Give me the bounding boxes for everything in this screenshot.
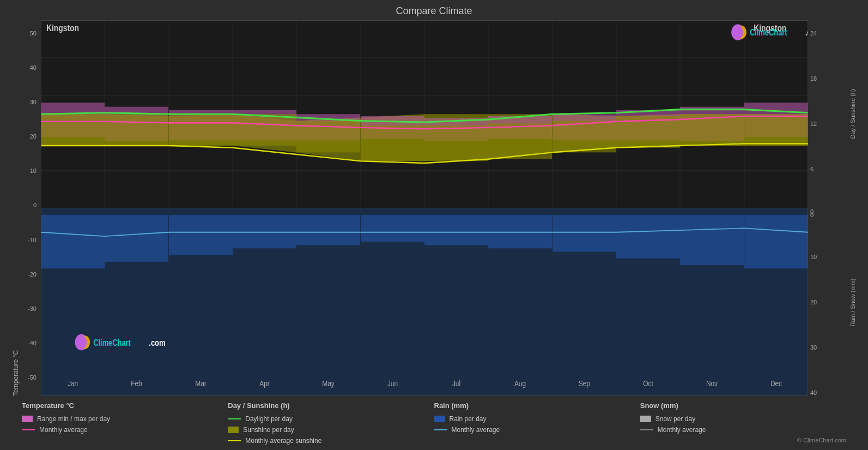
legend-line-temp-avg bbox=[22, 429, 35, 430]
legend-line-rain-avg bbox=[434, 429, 447, 430]
svg-rect-61 bbox=[744, 114, 808, 146]
svg-rect-55 bbox=[361, 125, 424, 161]
chart-svg: Kingston Kingston ClimeChart .com ClimeC… bbox=[41, 20, 808, 396]
svg-text:ClimeChart: ClimeChart bbox=[93, 338, 131, 347]
location-label-left: Kingston bbox=[46, 22, 79, 33]
chart-title: Compare Climate bbox=[0, 5, 868, 17]
svg-text:Nov: Nov bbox=[706, 379, 718, 388]
svg-text:May: May bbox=[322, 379, 335, 388]
svg-text:Apr: Apr bbox=[259, 379, 270, 388]
legend-sunshine-bar: Sunshine per day bbox=[228, 426, 434, 434]
right-axis-label-top: Day / Sunshine (h) bbox=[849, 20, 856, 208]
svg-rect-37 bbox=[744, 215, 808, 268]
svg-text:Jan: Jan bbox=[68, 379, 78, 388]
legend-snow-avg: Monthly average bbox=[640, 426, 846, 434]
svg-rect-31 bbox=[361, 215, 424, 242]
svg-text:Aug: Aug bbox=[514, 379, 526, 388]
svg-rect-29 bbox=[233, 215, 296, 249]
legend-sunshine: Day / Sunshine (h) Daylight per day Suns… bbox=[228, 401, 434, 445]
svg-rect-52 bbox=[169, 114, 233, 146]
svg-text:Mar: Mar bbox=[195, 379, 207, 388]
svg-rect-51 bbox=[105, 114, 168, 146]
svg-text:Dec: Dec bbox=[770, 379, 782, 388]
legend-area: Temperature °C Range min / max per day M… bbox=[0, 396, 868, 450]
svg-rect-50 bbox=[41, 114, 105, 146]
svg-text:Jun: Jun bbox=[387, 379, 398, 388]
svg-rect-27 bbox=[105, 215, 168, 262]
y-axis-left-ticks: 50 40 30 20 10 0 -10 -20 -30 -40 -50 bbox=[20, 20, 39, 396]
svg-rect-28 bbox=[169, 215, 233, 255]
svg-point-70 bbox=[76, 335, 87, 349]
copyright: © ClimeChart.com bbox=[797, 437, 846, 443]
svg-rect-36 bbox=[680, 215, 744, 265]
legend-line-sunshine-avg bbox=[228, 440, 241, 441]
svg-text:ClimeChart: ClimeChart bbox=[750, 28, 787, 38]
legend-temp-range: Range min / max per day bbox=[22, 415, 228, 423]
legend-daylight: Daylight per day bbox=[228, 415, 434, 423]
legend-swatch-rain bbox=[434, 416, 445, 422]
legend-swatch-sunshine bbox=[228, 427, 239, 433]
svg-text:Feb: Feb bbox=[131, 379, 142, 388]
legend-snow-bar: Snow per day bbox=[640, 415, 846, 423]
legend-sunshine-avg: Monthly average sunshine bbox=[228, 437, 434, 445]
svg-rect-33 bbox=[488, 215, 552, 249]
svg-rect-32 bbox=[424, 215, 488, 245]
svg-rect-26 bbox=[41, 215, 105, 268]
legend-temperature: Temperature °C Range min / max per day M… bbox=[22, 401, 228, 445]
svg-text:Oct: Oct bbox=[643, 379, 653, 388]
svg-point-65 bbox=[732, 26, 743, 39]
right-axis-label-bottom: Rain / Snow (mm) bbox=[849, 208, 856, 397]
legend-line-snow-avg bbox=[640, 429, 653, 430]
y-axis-right: 24 18 12 6 0 0 10 20 30 40 Day / Sunshin… bbox=[808, 20, 857, 396]
legend-rain-avg: Monthly average bbox=[434, 426, 640, 434]
legend-swatch-snow bbox=[640, 416, 651, 422]
legend-rain: Rain (mm) Rain per day Monthly average bbox=[434, 401, 640, 445]
y-axis-left-label: Temperature °C bbox=[11, 20, 20, 396]
right-ticks-bottom: 0 10 20 30 40 bbox=[810, 208, 817, 397]
page-wrapper: Compare Climate Temperature °C 50 40 30 … bbox=[0, 0, 868, 450]
svg-rect-35 bbox=[616, 215, 680, 259]
svg-text:Jul: Jul bbox=[452, 379, 460, 388]
legend-swatch-temp-range bbox=[22, 416, 33, 422]
legend-line-daylight bbox=[228, 418, 241, 419]
right-ticks-top: 24 18 12 6 0 bbox=[810, 30, 817, 218]
svg-rect-53 bbox=[233, 114, 296, 146]
legend-temp-avg: Monthly average bbox=[22, 426, 228, 434]
svg-rect-30 bbox=[296, 215, 360, 245]
svg-text:Sep: Sep bbox=[579, 379, 590, 388]
svg-text:.com: .com bbox=[149, 338, 165, 347]
svg-rect-34 bbox=[553, 215, 616, 252]
chart-area: Temperature °C 50 40 30 20 10 0 -10 -20 … bbox=[11, 20, 857, 396]
chart-main: Kingston Kingston ClimeChart .com ClimeC… bbox=[41, 20, 808, 396]
svg-rect-56 bbox=[424, 125, 488, 161]
legend-rain-bar: Rain per day bbox=[434, 415, 640, 423]
